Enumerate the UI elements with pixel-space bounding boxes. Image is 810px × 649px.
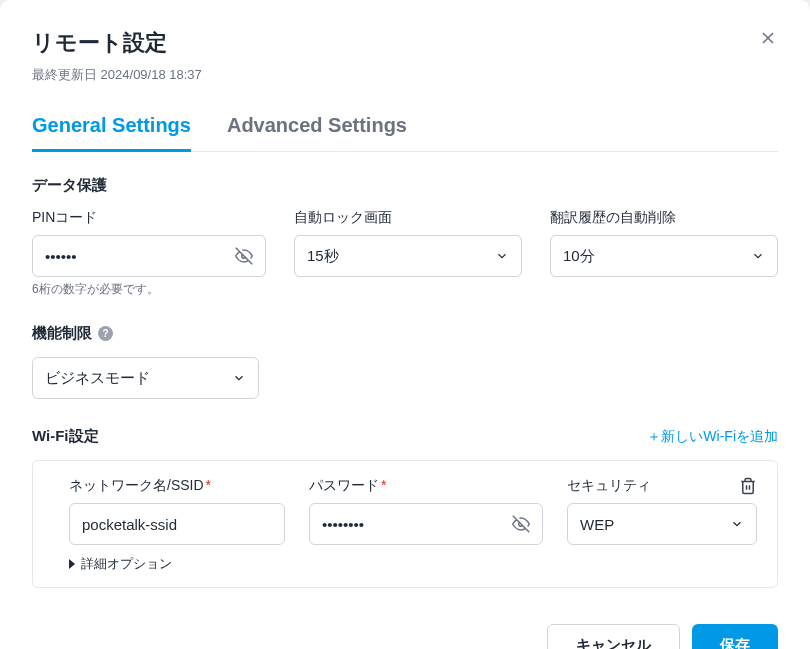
wifi-password-wrap[interactable] (309, 503, 543, 545)
eye-off-icon[interactable] (512, 515, 530, 533)
detail-options-toggle[interactable]: 詳細オプション (69, 555, 757, 573)
chevron-down-icon (495, 249, 509, 263)
section-data-protection: データ保護 (32, 176, 778, 195)
add-wifi-button[interactable]: ＋新しいWi-Fiを追加 (647, 428, 778, 446)
chevron-down-icon (232, 371, 246, 385)
pin-input-wrap[interactable] (32, 235, 266, 277)
pin-input[interactable] (45, 248, 235, 265)
pin-label: PINコード (32, 209, 266, 227)
help-icon[interactable]: ? (98, 326, 113, 341)
tabs: General Settings Advanced Settings (32, 106, 778, 152)
autolock-label: 自動ロック画面 (294, 209, 522, 227)
close-button[interactable] (758, 28, 778, 48)
security-label: セキュリティ (567, 477, 757, 495)
autodelete-label: 翻訳履歴の自動削除 (550, 209, 778, 227)
autolock-select[interactable]: 15秒 (294, 235, 522, 277)
security-select[interactable]: WEP (567, 503, 757, 545)
function-limit-text: 機能制限 (32, 324, 92, 343)
autodelete-select[interactable]: 10分 (550, 235, 778, 277)
mode-select[interactable]: ビジネスモード (32, 357, 259, 399)
cancel-button[interactable]: キャンセル (547, 624, 680, 649)
wifi-password-label: パスワード* (309, 477, 543, 495)
tab-advanced[interactable]: Advanced Settings (227, 106, 407, 152)
ssid-input-wrap[interactable] (69, 503, 285, 545)
autodelete-value: 10分 (563, 247, 595, 266)
detail-options-label: 詳細オプション (81, 555, 172, 573)
eye-off-icon[interactable] (235, 247, 253, 265)
modal-title: リモート設定 (32, 28, 778, 58)
last-updated: 最終更新日 2024/09/18 18:37 (32, 66, 778, 84)
wifi-password-input[interactable] (322, 516, 512, 533)
chevron-down-icon (751, 249, 765, 263)
pin-helper: 6桁の数字が必要です。 (32, 281, 266, 298)
chevron-down-icon (730, 517, 744, 531)
ssid-input[interactable] (82, 516, 272, 533)
mode-value: ビジネスモード (45, 369, 150, 388)
save-button[interactable]: 保存 (692, 624, 778, 649)
section-wifi: Wi-Fi設定 (32, 427, 99, 446)
trash-icon[interactable] (739, 477, 757, 495)
autolock-value: 15秒 (307, 247, 339, 266)
ssid-label: ネットワーク名/SSID* (69, 477, 285, 495)
tab-general[interactable]: General Settings (32, 106, 191, 152)
remote-settings-modal: リモート設定 最終更新日 2024/09/18 18:37 General Se… (0, 0, 810, 649)
triangle-right-icon (69, 559, 75, 569)
security-value: WEP (580, 516, 614, 533)
section-function-limit: 機能制限 ? (32, 324, 778, 343)
wifi-card: ネットワーク名/SSID* パスワード* セキュリティ (32, 460, 778, 588)
footer: キャンセル 保存 (32, 624, 778, 649)
